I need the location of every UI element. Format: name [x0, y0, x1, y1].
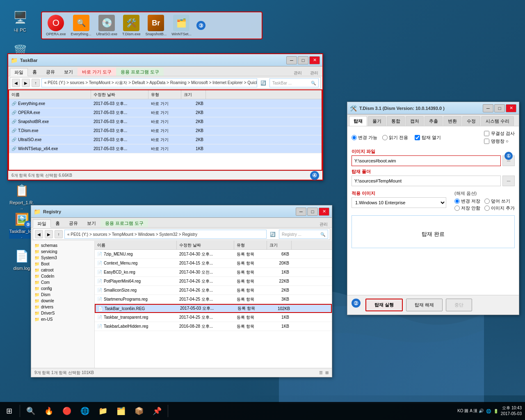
ql-opera[interactable]: O OPERA.exe: [46, 15, 66, 36]
tdism-tab-edit[interactable]: 수정: [462, 116, 480, 126]
reg-row-0[interactable]: 📄7zip_MENU.reg 2017-04-30 오후... 등록 항목 6K…: [95, 250, 332, 259]
reg-row-6[interactable]: 📄TaskBar_Icon6in.REG 2017-05-03 오후... 등록…: [95, 304, 332, 313]
file-row-1[interactable]: 🔗OPERA.exe 2017-05-03 오후... 바로 가기 2KB: [9, 108, 322, 117]
sidebar-dism[interactable]: 📁Dism: [31, 292, 94, 298]
search-box-top[interactable]: TaskBar ... 🔍: [269, 78, 319, 87]
address-path-bottom[interactable]: « PE01 (Y:) > sources > TempMount > Wind…: [64, 230, 267, 239]
tab-view-b[interactable]: 보기: [82, 219, 100, 227]
tab-file-b[interactable]: 파일: [33, 219, 51, 228]
sidebar-config[interactable]: 📁config: [31, 285, 94, 292]
mount-folder-field[interactable]: Y:\sources#TempMount: [352, 176, 501, 186]
radio-readonly-input[interactable]: [382, 135, 388, 140]
col-size[interactable]: 크기: [181, 90, 206, 99]
tdism-tab-export[interactable]: 추출: [425, 116, 443, 126]
radio-addimage-input[interactable]: [484, 205, 490, 211]
reg-row-4[interactable]: 📄SmalliconSize.reg 2017-04-26 오후... 등록 항…: [95, 286, 332, 295]
file-row-3[interactable]: 🔗T.Dism.exe 2017-05-03 오후... 바로 가기 2KB: [9, 126, 322, 135]
sidebar-downle[interactable]: 📁downle: [31, 298, 94, 304]
tdism-tab-extract[interactable]: 풀기: [368, 116, 386, 126]
search-box-bottom[interactable]: Registry ... 🔍: [279, 230, 328, 239]
file-row-4[interactable]: 🔗UltraISO.exe 2017-05-03 오후... 바로 가기 2KB: [9, 135, 322, 144]
file-row-5[interactable]: 🔗WinNTSetup_x64.exe 2017-05-03 오후... 바로 …: [9, 144, 322, 153]
radio-save-changes[interactable]: 변경 저장: [454, 198, 480, 204]
reg-row-8[interactable]: 📄TaskbarLabelHidden.reg 2016-08-28 오후...…: [95, 322, 332, 331]
radio-changeable-input[interactable]: [352, 135, 357, 140]
reg-row-7[interactable]: 📄Taskbar_transparent.reg 2017-04-25 오후..…: [95, 313, 332, 322]
taskbar-folder[interactable]: 📁: [94, 402, 112, 420]
taskbar-app2[interactable]: 📦: [130, 402, 148, 420]
maximize-button[interactable]: □: [298, 56, 308, 64]
check-integrity-input[interactable]: [484, 131, 489, 136]
tdism-tab-mount[interactable]: 탑재: [349, 116, 367, 126]
taskbar-opera[interactable]: 🔴: [58, 402, 76, 420]
taskbar-ie[interactable]: 🔥: [40, 402, 58, 420]
taskbar-network[interactable]: 🌐: [76, 402, 94, 420]
col-name-b[interactable]: 이름: [95, 241, 177, 249]
ql-snapshot[interactable]: Br SnapshotB...: [146, 15, 167, 36]
sidebar-system3[interactable]: 📁System3: [31, 255, 94, 261]
col-size-b[interactable]: 크기: [267, 241, 292, 249]
tdism-tab-capture[interactable]: 캡처: [406, 116, 424, 126]
tdism-close[interactable]: ✕: [506, 104, 516, 112]
reg-row-3[interactable]: 📄PotPlayerMini64.reg 2017-04-26 오후... 등록…: [95, 277, 332, 286]
reg-row-1[interactable]: 📄Context_Menu.reg 2017-04-15 오후... 등록 항목…: [95, 259, 332, 268]
tab-app-tools-b[interactable]: 응용 프로그램 도구: [100, 219, 148, 227]
apply-image-select[interactable]: 1.Windows 10 Enterprise: [352, 197, 446, 208]
image-file-field[interactable]: Y:\sources#boot.wim ①: [352, 155, 501, 166]
back-btn-b[interactable]: ◀: [35, 230, 43, 238]
tab-home[interactable]: 홈: [28, 68, 41, 76]
radio-nosave-input[interactable]: [454, 205, 460, 211]
radio-save-input[interactable]: [454, 199, 460, 204]
tab-home-b[interactable]: 홈: [51, 219, 64, 227]
tdism-tab-integrate[interactable]: 통합: [387, 116, 405, 126]
col-date-b[interactable]: 수정한 날짜: [177, 241, 234, 249]
ql-winntsetup[interactable]: 🗂️ WinNTSet...: [171, 15, 192, 36]
tdism-minimize[interactable]: ─: [483, 104, 493, 112]
tab-file[interactable]: 파일: [10, 68, 28, 76]
back-button[interactable]: ◀: [12, 79, 20, 87]
taskbar-clock[interactable]: 오후 10:43 2017-05-03: [501, 405, 522, 417]
forward-btn-b[interactable]: ▶: [45, 230, 53, 238]
list-view-btn[interactable]: ☰: [319, 370, 323, 375]
address-path-top[interactable]: « PE01 (Y:) > sources > TempMount > 사용자 …: [41, 78, 257, 87]
sidebar-com[interactable]: 📁Com: [31, 279, 94, 285]
sidebar-drivers[interactable]: 📁drivers: [31, 304, 94, 310]
desktop-icon-mypc[interactable]: 🖥️ 내 PC: [6, 7, 34, 35]
radio-overwrite-input[interactable]: [484, 199, 490, 204]
grid-view-btn[interactable]: ⊞: [325, 370, 329, 375]
tab-app-tools[interactable]: 응용 프로그램 도구: [116, 68, 164, 76]
ql-tdism[interactable]: 🛠️ T.Dism.exe: [122, 15, 141, 36]
file-row-0[interactable]: 🔗Everything.exe 2017-05-03 오후... 바로 가기 2…: [9, 99, 322, 108]
stop-button[interactable]: 중단: [446, 299, 472, 311]
radio-readonly[interactable]: 읽기 전용: [382, 135, 408, 141]
check-integrity[interactable]: 무결성 검사: [484, 130, 515, 137]
sidebar-enus[interactable]: 📁en-US: [31, 316, 94, 322]
tab-view[interactable]: 보기: [59, 68, 78, 76]
check-cmdwin-input[interactable]: [484, 139, 489, 144]
radio-add-image[interactable]: 이미지 추가: [484, 205, 515, 211]
taskbar-search[interactable]: 🔍: [22, 402, 40, 420]
mount-browse-button[interactable]: ···: [502, 176, 515, 186]
radio-overwrite[interactable]: 덮어 쓰기: [484, 198, 510, 204]
col-name[interactable]: 이름: [9, 90, 91, 99]
tab-share-b[interactable]: 공유: [64, 219, 82, 227]
tdism-tab-repair[interactable]: 시스템 수리: [481, 116, 514, 126]
ql-ultraiso[interactable]: 💿 UltraISO.exe: [96, 15, 118, 36]
mount-execute-button[interactable]: 탑재 실행: [365, 299, 403, 311]
refresh-btn[interactable]: 🔄: [260, 80, 266, 86]
minimize-button[interactable]: ─: [286, 56, 297, 64]
sidebar-drivers-s[interactable]: 📁DriverS: [31, 310, 94, 316]
col-type[interactable]: 유형: [148, 90, 181, 99]
tab-shortcut-tools[interactable]: 바로 가기 도구: [78, 68, 116, 76]
unmount-button[interactable]: 탑재 해제: [406, 299, 443, 311]
radio-changeable[interactable]: 변경 가능: [352, 135, 377, 141]
reg-row-2[interactable]: 📄EasyBCD_ko.reg 2017-04-30 오전... 등록 항목 1…: [95, 268, 332, 277]
col-type-b[interactable]: 유형: [234, 241, 267, 249]
file-row-2[interactable]: 🔗SnapshotBR.exe 2017-05-03 오후... 바로 가기 2…: [9, 117, 322, 126]
sidebar-schemas[interactable]: 📁schemas: [31, 242, 94, 249]
minimize-button-b[interactable]: ─: [296, 208, 306, 216]
refresh-btn-b[interactable]: 🔄: [270, 232, 276, 237]
sidebar-catroot[interactable]: 📁catroot: [31, 267, 94, 273]
sidebar-servicing[interactable]: 📁servicing: [31, 249, 94, 255]
taskbar-app1[interactable]: 🗂️: [112, 402, 130, 420]
